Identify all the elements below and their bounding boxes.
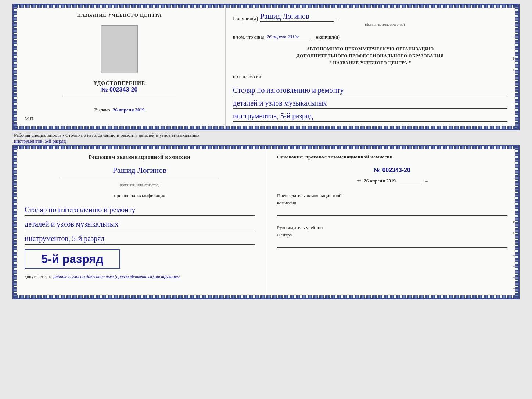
kval-line1: Столяр по изготовлению и ремонту <box>25 204 255 216</box>
poluchil-dash: – <box>336 16 338 22</box>
mp-label: М.П. <box>25 116 35 122</box>
org-block: АВТОНОМНУЮ НЕКОММЕРЧЕСКУЮ ОРГАНИЗАЦИЮ ДО… <box>233 46 507 67</box>
okonchil-label: окончил(а) <box>316 34 340 40</box>
ot-label: от <box>357 178 361 184</box>
between-text-underline: инструментов, 5-й разряд <box>14 138 66 144</box>
poluchil-name: Рашид Логинов <box>260 12 334 22</box>
vydano-date: 26 апреля 2019 <box>113 107 145 113</box>
between-label: Рабочая специальность - Столяр по изгото… <box>12 130 520 145</box>
profession-block: Столяр по изготовлению и ремонту деталей… <box>233 83 507 122</box>
protocol-number: № 002343-20 <box>277 167 507 174</box>
bottom-cert-left-border <box>14 146 17 298</box>
profession-line3: инструментов, 5-й разряд <box>233 110 507 122</box>
vydano-line: Выдано 26 апреля 2019 <box>94 107 144 113</box>
dopuskaetsya-block: допускается к работе согласно должностны… <box>25 274 255 279</box>
udostoverenie-label: УДОСТОВЕРЕНИЕ <box>94 81 145 86</box>
predsedatel-title: Председатель экзаменационной комиссии <box>277 192 507 206</box>
profession-line2: деталей и узлов музыкальных <box>233 97 507 109</box>
rukovoditel-signature-line <box>277 241 507 248</box>
poluchil-label: Получил(а) <box>233 16 258 22</box>
prisvoena-label: присвоена квалификация <box>25 193 255 199</box>
vtom-date: 26 апреля 2019г. <box>267 34 311 40</box>
razryad-box: 5-й разряд <box>25 249 120 269</box>
fio-label-top: (фамилия, имя, отчество) <box>262 22 507 26</box>
org-line3: " НАЗВАНИЕ УЧЕБНОГО ЦЕНТРА " <box>233 60 507 67</box>
poluchil-line: Получил(а) Рашид Логинов – <box>233 12 507 22</box>
profession-line1: Столяр по изготовлению и ремонту <box>233 85 507 96</box>
org-line2: ДОПОЛНИТЕЛЬНОГО ПРОФЕССИОНАЛЬНОГО ОБРАЗО… <box>233 53 507 60</box>
top-certificate: НАЗВАНИЕ УЧЕБНОГО ЦЕНТРА УДОСТОВЕРЕНИЕ №… <box>12 4 520 130</box>
osnovanie-text: Основание: протокол экзаменационной коми… <box>277 153 507 161</box>
bottom-name: Рашид Логинов <box>25 165 255 175</box>
cert-left-panel: НАЗВАНИЕ УЧЕБНОГО ЦЕНТРА УДОСТОВЕРЕНИЕ №… <box>14 5 226 129</box>
org-line1: АВТОНОМНУЮ НЕКОММЕРЧЕСКУЮ ОРГАНИЗАЦИЮ <box>233 46 507 53</box>
poluchil-row: Получил(а) Рашид Логинов – (фамилия, имя… <box>233 12 507 26</box>
predsedatel-signature-line <box>277 209 507 216</box>
cert-right-panel: Получил(а) Рашид Логинов – (фамилия, имя… <box>226 5 518 129</box>
predsedatel-block: Председатель экзаменационной комиссии <box>277 192 507 216</box>
fio-label-bottom: (фамилия, имя, отчество) <box>25 183 255 187</box>
vtom-label: в том, что он(а) <box>233 34 265 40</box>
predsedatel-line2: комиссии <box>277 200 296 206</box>
kval-line2: деталей и узлов музыкальных <box>25 218 255 230</box>
dopuskaetsya-prefix: допускается к <box>25 274 51 279</box>
resheniem-text: Решением экзаменационной комиссии <box>25 153 255 161</box>
dash-mark1: – <box>425 178 428 184</box>
rukovoditel-line1: Руководитель учебного <box>277 225 324 230</box>
between-text-normal: Рабочая специальность - Столяр по изгото… <box>14 132 200 138</box>
ot-line: от 26 апреля 2019 – <box>277 178 507 184</box>
rukovoditel-line2: Центра <box>277 232 292 238</box>
bottom-certificate: Решением экзаменационной комиссии Рашид … <box>12 145 520 299</box>
document-container: НАЗВАНИЕ УЧЕБНОГО ЦЕНТРА УДОСТОВЕРЕНИЕ №… <box>12 4 520 299</box>
vydano-label: Выдано <box>94 107 110 113</box>
org-name-top: НАЗВАНИЕ УЧЕБНОГО ЦЕНТРА <box>77 12 162 18</box>
photo-placeholder <box>101 25 138 73</box>
po-professii-label: по профессии <box>233 74 507 79</box>
bottom-right-panel: Основание: протокол экзаменационной коми… <box>266 146 518 298</box>
kval-line3: инструментов, 5-й разряд <box>25 232 255 245</box>
predsedatel-line1: Председатель экзаменационной <box>277 193 342 198</box>
kval-block: Столяр по изготовлению и ремонту деталей… <box>25 202 255 245</box>
dopuskaetsya-italic: работе согласно должностным (производств… <box>53 274 180 279</box>
razryad-big-text: 5-й разряд <box>29 252 116 266</box>
bottom-left-panel: Решением экзаменационной комиссии Рашид … <box>14 146 266 298</box>
side-marks-bottom: – – – – И а ← – – – – <box>513 175 517 290</box>
vtom-line: в том, что он(а) 26 апреля 2019г. окончи… <box>233 34 507 40</box>
rukovoditel-block: Руководитель учебного Центра <box>277 224 507 248</box>
rukovoditel-title: Руководитель учебного Центра <box>277 224 507 238</box>
ot-date: 26 апреля 2019 <box>364 178 396 184</box>
side-marks-top: – – – И а ← – – – – <box>513 23 517 127</box>
udostoverenie-block: УДОСТОВЕРЕНИЕ № 002343-20 <box>94 81 145 93</box>
udostoverenie-number: № 002343-20 <box>101 86 138 93</box>
